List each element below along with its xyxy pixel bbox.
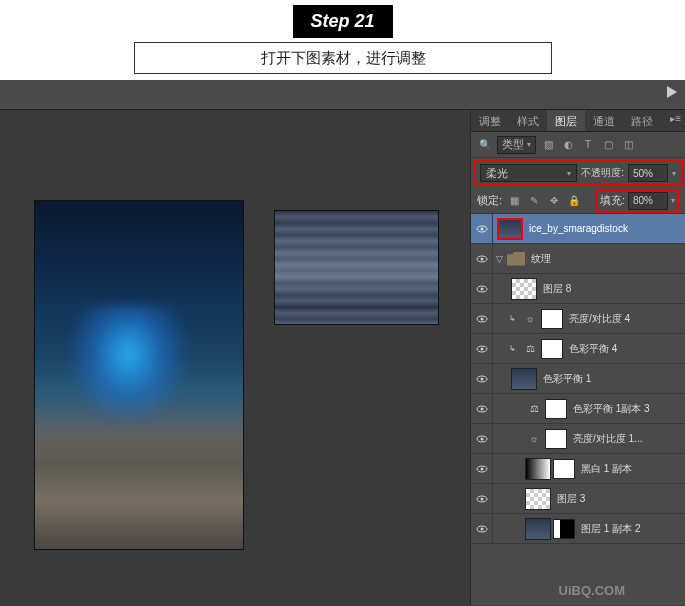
svg-point-7	[480, 317, 483, 320]
play-icon[interactable]	[667, 86, 677, 98]
layer-name: 图层 8	[543, 282, 571, 296]
layer-row[interactable]: ⚖ 色彩平衡 1副本 3	[471, 394, 685, 424]
layer-row[interactable]: ice_by_smaragdistock	[471, 214, 685, 244]
svg-point-13	[480, 407, 483, 410]
visibility-toggle[interactable]	[471, 274, 493, 303]
svg-point-5	[480, 287, 483, 290]
layer-row[interactable]: ↳ ☼ 亮度/对比度 4	[471, 304, 685, 334]
svg-point-9	[480, 347, 483, 350]
tab-adjustments[interactable]: 调整	[471, 110, 509, 131]
color-balance-icon: ⚖	[525, 400, 543, 418]
visibility-toggle[interactable]	[471, 514, 493, 543]
opacity-value: 50%	[633, 168, 653, 179]
visibility-toggle[interactable]	[471, 214, 493, 243]
tab-channels[interactable]: 通道	[585, 110, 623, 131]
layer-name: 亮度/对比度 4	[569, 312, 630, 326]
lock-label: 锁定:	[477, 193, 502, 208]
layer-name: 色彩平衡 1	[543, 372, 591, 386]
svg-point-17	[480, 467, 483, 470]
layer-name: 图层 3	[557, 492, 585, 506]
layer-thumbnail[interactable]	[511, 368, 537, 390]
layer-name: 色彩平衡 4	[569, 342, 617, 356]
panel-tabs: 调整 样式 图层 通道 路径	[471, 110, 685, 132]
layer-thumbnail[interactable]	[511, 278, 537, 300]
visibility-toggle[interactable]	[471, 424, 493, 453]
search-icon[interactable]: 🔍	[477, 137, 493, 153]
filter-shape-icon[interactable]: ▢	[600, 137, 616, 153]
layer-row[interactable]: 色彩平衡 1	[471, 364, 685, 394]
layer-name: 图层 1 副本 2	[581, 522, 640, 536]
filter-smart-icon[interactable]: ◫	[620, 137, 636, 153]
layer-name: ice_by_smaragdistock	[529, 223, 628, 234]
canvas-main-image[interactable]	[34, 200, 244, 550]
tab-paths[interactable]: 路径	[623, 110, 661, 131]
lock-fill-row: 锁定: ▦ ✎ ✥ 🔒 填充: 80% ▾	[471, 188, 685, 214]
layer-name: 色彩平衡 1副本 3	[573, 402, 650, 416]
layer-filter-row: 🔍 类型 ▾ ▧ ◐ T ▢ ◫	[471, 132, 685, 158]
visibility-toggle[interactable]	[471, 304, 493, 333]
chevron-down-icon[interactable]: ▾	[671, 196, 675, 205]
blend-mode-value: 柔光	[486, 166, 508, 181]
lock-all-icon[interactable]: 🔒	[566, 193, 582, 209]
layer-row[interactable]: 图层 3	[471, 484, 685, 514]
fill-highlight: 填充: 80% ▾	[596, 189, 679, 213]
svg-point-11	[480, 377, 483, 380]
lock-pixels-icon[interactable]: ✎	[526, 193, 542, 209]
brightness-icon: ☼	[521, 310, 539, 328]
filter-kind-select[interactable]: 类型 ▾	[497, 136, 536, 154]
opacity-input[interactable]: 50%	[628, 164, 668, 182]
group-collapse-icon[interactable]: ▽	[493, 254, 505, 264]
layer-thumbnail[interactable]	[497, 218, 523, 240]
layer-mask[interactable]	[541, 339, 563, 359]
fill-value: 80%	[633, 195, 653, 206]
visibility-toggle[interactable]	[471, 334, 493, 363]
visibility-toggle[interactable]	[471, 244, 493, 273]
fill-input[interactable]: 80%	[628, 192, 668, 210]
blend-opacity-row: 柔光 ▾ 不透明度: 50% ▾	[473, 160, 683, 186]
filter-adjust-icon[interactable]: ◐	[560, 137, 576, 153]
layer-thumbnail[interactable]	[525, 488, 551, 510]
visibility-toggle[interactable]	[471, 484, 493, 513]
tab-layers[interactable]: 图层	[547, 110, 585, 131]
svg-point-1	[480, 227, 483, 230]
filter-type-icon[interactable]: T	[580, 137, 596, 153]
lock-transparent-icon[interactable]: ▦	[506, 193, 522, 209]
layer-mask[interactable]	[545, 429, 567, 449]
layer-mask[interactable]	[545, 399, 567, 419]
layer-thumbnail[interactable]	[525, 518, 551, 540]
filter-kind-label: 类型	[502, 137, 524, 152]
layer-mask[interactable]	[541, 309, 563, 329]
svg-point-19	[480, 497, 483, 500]
visibility-toggle[interactable]	[471, 454, 493, 483]
layer-mask[interactable]	[553, 519, 575, 539]
options-bar	[0, 80, 685, 110]
chevron-down-icon[interactable]: ▾	[672, 169, 676, 178]
canvas-texture-image[interactable]	[274, 210, 439, 325]
opacity-label: 不透明度:	[581, 166, 624, 180]
blend-mode-select[interactable]: 柔光 ▾	[480, 164, 577, 182]
filter-pixel-icon[interactable]: ▧	[540, 137, 556, 153]
chevron-down-icon: ▾	[567, 169, 571, 178]
layer-name: 亮度/对比度 1...	[573, 432, 642, 446]
svg-point-15	[480, 437, 483, 440]
layer-row[interactable]: ☼ 亮度/对比度 1...	[471, 424, 685, 454]
photoshop-workspace: ▸≡ 调整 样式 图层 通道 路径 🔍 类型 ▾ ▧ ◐ T ▢ ◫ 柔光 ▾	[0, 80, 685, 606]
layer-row[interactable]: 图层 8	[471, 274, 685, 304]
lock-position-icon[interactable]: ✥	[546, 193, 562, 209]
visibility-toggle[interactable]	[471, 394, 493, 423]
visibility-toggle[interactable]	[471, 364, 493, 393]
layer-group-row[interactable]: ▽ 纹理	[471, 244, 685, 274]
panel-menu-icon[interactable]: ▸≡	[670, 113, 681, 124]
tab-styles[interactable]: 样式	[509, 110, 547, 131]
layer-mask[interactable]	[553, 459, 575, 479]
folder-icon	[507, 252, 525, 266]
clip-icon: ↳	[507, 314, 517, 323]
layer-row[interactable]: ↳ ⚖ 色彩平衡 4	[471, 334, 685, 364]
layer-row[interactable]: 黑白 1 副本	[471, 454, 685, 484]
layers-panel: ▸≡ 调整 样式 图层 通道 路径 🔍 类型 ▾ ▧ ◐ T ▢ ◫ 柔光 ▾	[470, 110, 685, 605]
color-balance-icon: ⚖	[521, 340, 539, 358]
layer-name: 黑白 1 副本	[581, 462, 632, 476]
layer-row[interactable]: 图层 1 副本 2	[471, 514, 685, 544]
svg-point-21	[480, 527, 483, 530]
brightness-icon: ☼	[525, 430, 543, 448]
